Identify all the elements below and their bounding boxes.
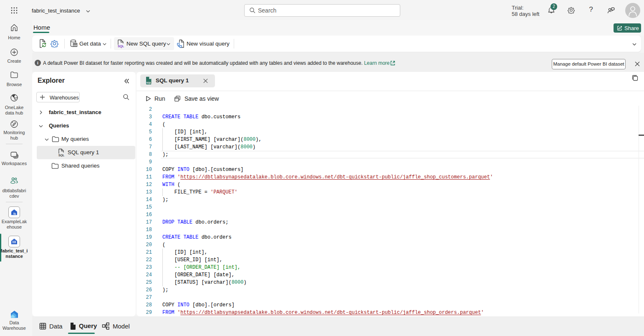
svg-text:SQL: SQL	[146, 81, 152, 84]
svg-text:SQL: SQL	[58, 154, 65, 157]
svg-text:SQL: SQL	[118, 44, 124, 48]
